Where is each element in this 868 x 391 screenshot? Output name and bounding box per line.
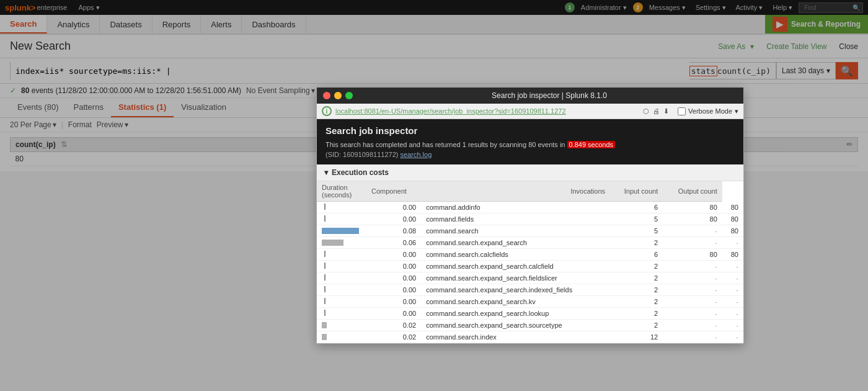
- inspector-heading: Search job inspector: [326, 125, 735, 136]
- inspector-title-text: Search job inspector | Splunk 8.1.0: [361, 91, 737, 100]
- inspector-summary: This search has completed and has return…: [326, 141, 735, 148]
- window-close-btn[interactable]: [323, 92, 330, 99]
- exec-costs-header[interactable]: ▾ Execution costs: [317, 164, 743, 171]
- inspector-title-bar: Search job inspector | Splunk 8.1.0: [317, 88, 743, 104]
- download-icon[interactable]: ⬇: [663, 107, 669, 115]
- window-minimize-btn[interactable]: [334, 92, 342, 99]
- exec-costs-section: ▾ Execution costs Duration (seconds) Com…: [317, 164, 743, 171]
- print-icon[interactable]: 🖨: [653, 107, 660, 115]
- highlight-time: 0.849 seconds: [567, 141, 616, 148]
- inspector-toolbar-icons: ⬡ 🖨 ⬇: [643, 107, 669, 115]
- verbose-mode-checkbox[interactable]: [678, 107, 686, 115]
- inspector-toolbar: i localhost:8081/en-US/manager/search/jo…: [317, 104, 743, 119]
- chevron-down-icon: ▾: [735, 107, 738, 115]
- inspector-sid: (SID: 16091098111272) search.log: [326, 151, 735, 158]
- info-icon: i: [322, 106, 332, 116]
- inspector-body: Search job inspector This search has com…: [317, 119, 743, 164]
- search-log-link[interactable]: search.log: [401, 151, 432, 158]
- inspector-url[interactable]: localhost:8081/en-US/manager/search/job_…: [335, 107, 566, 115]
- verbose-mode-toggle[interactable]: Verbose Mode ▾: [678, 107, 738, 115]
- chevron-down-icon: ▾: [324, 168, 328, 171]
- external-link-icon[interactable]: ⬡: [643, 107, 649, 115]
- window-maximize-btn[interactable]: [345, 92, 353, 99]
- inspector-window: Search job inspector | Splunk 8.1.0 i lo…: [316, 87, 744, 171]
